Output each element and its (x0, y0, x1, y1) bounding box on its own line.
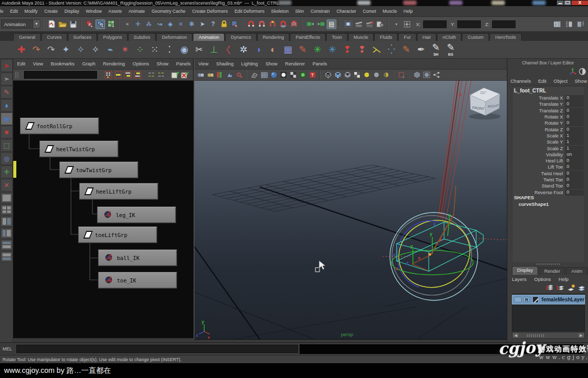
scroll-left-arrow[interactable]: ◀ (513, 333, 519, 338)
move-layer-up-icon[interactable] (545, 284, 554, 292)
joint-pair-icon[interactable]: ⁚ (162, 42, 177, 57)
hypergraph-menu-item[interactable]: Rendering (99, 61, 129, 66)
mannequin-icon[interactable]: ✧ (88, 42, 103, 57)
scene-hierarchy-button[interactable] (104, 70, 113, 79)
camera-select-icon[interactable] (196, 70, 205, 79)
mel-input[interactable] (16, 345, 298, 353)
pencil-eg-icon[interactable]: ✎EG (444, 42, 458, 57)
drag-handle-icon[interactable] (15, 72, 20, 78)
plugin-cube1-icon[interactable] (412, 70, 421, 79)
layer-editor-tab[interactable]: Anim (566, 267, 587, 275)
shelf-tab[interactable]: HeroTools (489, 33, 522, 41)
pencil-sh-icon[interactable]: ✎SH (429, 42, 443, 57)
layout-hypergraph-persp-button[interactable] (1, 240, 13, 250)
menu-item[interactable]: Help (400, 9, 416, 14)
viewport-menu-item[interactable]: Shading (212, 61, 237, 66)
channel-value[interactable]: 0 (565, 190, 584, 196)
collapse-icon[interactable]: ≡ (122, 19, 132, 29)
eye-icon[interactable]: ◉ (177, 42, 191, 57)
image-plane-icon[interactable] (225, 70, 234, 79)
chevron-down-icon[interactable]: ▾ (33, 19, 40, 29)
channel-label[interactable]: Rotate Z (512, 127, 565, 132)
hypergraph-menu-item[interactable]: Options (129, 61, 153, 66)
select-tool[interactable]: ➤ (1, 59, 13, 72)
channel-label[interactable]: Translate X (512, 96, 565, 101)
scrollbar-grip[interactable] (527, 334, 544, 337)
shelf-tab[interactable]: PaintEffects (290, 33, 326, 41)
hypergraph-node[interactable]: ball_IK (98, 249, 177, 266)
layer-editor-menu-item[interactable]: Help (558, 276, 576, 282)
xray-cube-icon[interactable] (343, 70, 352, 79)
layer-editor-tab[interactable]: Render (539, 267, 565, 275)
bookmark-delete-button[interactable] (180, 70, 189, 79)
menu-item[interactable]: Muscle (379, 9, 400, 14)
layout-automatic-button[interactable] (157, 70, 165, 79)
layout-single-pane-button[interactable] (1, 193, 13, 203)
menu-item[interactable]: Create (41, 9, 61, 14)
hypergraph-search-input[interactable] (24, 71, 97, 79)
channel-value[interactable]: 0 (565, 177, 584, 183)
cursor-tool-button[interactable]: ➤ (198, 19, 207, 29)
separator[interactable] (42, 18, 45, 30)
layer-visibility-checkbox[interactable] (514, 297, 522, 302)
object-details-icon[interactable] (397, 70, 406, 79)
layout-persp-outliner-button[interactable] (1, 228, 13, 239)
snap-magnet-view-button[interactable] (289, 19, 299, 29)
lighting-icon[interactable] (279, 70, 288, 79)
viewport-menu-item[interactable]: Panels (309, 61, 331, 66)
menu-item[interactable]: Skin (292, 9, 307, 14)
mirror-joint-icon[interactable]: ✂ (192, 42, 206, 57)
menu-item[interactable]: Skeleton (268, 9, 292, 14)
hypergraph-menu-item[interactable]: Graph (79, 61, 100, 66)
skeleton-icon[interactable]: ✲ (236, 42, 251, 57)
new-layer-from-selected-icon[interactable] (577, 284, 586, 292)
channel-value[interactable]: 0 (565, 171, 584, 177)
render-settings-button[interactable] (375, 19, 385, 29)
asterisk-green-icon[interactable]: ✳ (310, 42, 325, 57)
hypergraph-canvas[interactable]: footRollGrp heelTwistGrp towTwistGrp hee… (13, 81, 193, 338)
bookmarks-icon[interactable] (215, 70, 224, 79)
viewport-canvas[interactable]: x (194, 81, 507, 340)
channel-value[interactable]: 0 (565, 101, 584, 107)
quill-icon[interactable]: ✒ (414, 42, 428, 57)
channel-value[interactable]: 1 (565, 139, 584, 145)
checker-cube-icon[interactable] (353, 70, 361, 79)
separator[interactable] (301, 18, 303, 30)
shelf-tab[interactable]: Custom (462, 33, 489, 41)
separator[interactable] (338, 18, 341, 30)
textures-icon[interactable] (289, 70, 298, 79)
axis-tripod-icon[interactable]: ⋋ (370, 42, 384, 57)
ipr-render-button[interactable] (364, 19, 374, 29)
coordinate-input-mode-icon[interactable] (402, 19, 412, 29)
channel-label[interactable]: Scale Y (512, 139, 565, 145)
render-current-frame-button[interactable] (354, 19, 363, 29)
output-connections-button[interactable] (133, 70, 142, 79)
curve-arrow2-icon[interactable]: ↷ (44, 42, 58, 57)
mel-output[interactable] (300, 344, 583, 354)
layer-editor-tab[interactable]: Display (512, 266, 538, 275)
channel-label[interactable]: Translate Y (512, 102, 565, 107)
menu-item[interactable]: Constrain (307, 9, 333, 14)
last-tool[interactable]: ✕ (1, 179, 13, 192)
shelf-tab[interactable]: Dynamics (225, 33, 257, 41)
head-icon[interactable]: ◐ (266, 42, 280, 57)
bookmark-add-button[interactable] (170, 70, 179, 79)
shelf-tab[interactable]: General (13, 33, 41, 41)
isolate-cube-icon[interactable] (324, 70, 332, 79)
hypergraph-menu-item[interactable]: Bookmarks (47, 61, 79, 66)
scroll-right-arrow[interactable]: ▶ (578, 333, 584, 338)
rotate-tool[interactable]: ◉ (1, 112, 13, 125)
highlight-select-button[interactable] (230, 19, 239, 29)
shelf-tab[interactable]: Subdivs (128, 33, 156, 41)
input-connections-button[interactable] (305, 19, 315, 29)
hypergraph-node[interactable]: toe_IK (98, 272, 177, 289)
shelf-tab[interactable]: Hair (417, 33, 437, 41)
channel-value[interactable]: 0 (565, 183, 584, 189)
shelf-tab[interactable]: Fur (398, 33, 416, 41)
snap-curve-button[interactable]: ↝ (155, 19, 164, 29)
brush-red-icon[interactable]: ✎ (296, 42, 310, 57)
channel-label[interactable]: Heel Lift (512, 158, 565, 163)
layout-split-pane-button[interactable] (1, 216, 13, 227)
render-view-button[interactable] (343, 19, 353, 29)
snap-magnet-grid-button[interactable] (246, 19, 256, 29)
